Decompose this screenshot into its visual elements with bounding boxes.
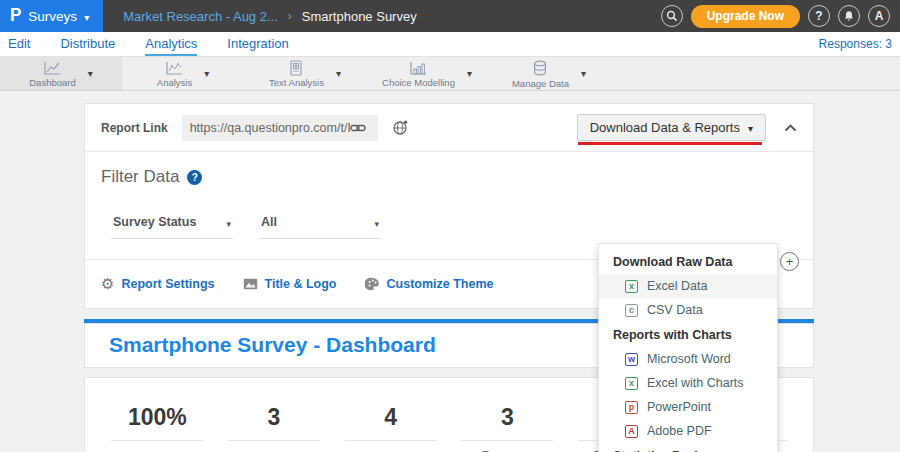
add-filter-button[interactable]: +: [780, 252, 799, 271]
analysis-tab-caret[interactable]: [198, 69, 215, 79]
choice-modelling-tab-button[interactable]: Choice Modelling: [376, 59, 461, 89]
image-icon: [243, 278, 258, 290]
menu-item-label: CSV Data: [647, 303, 703, 317]
report-settings-label: Report Settings: [121, 277, 214, 291]
tab-label: Manage Data: [512, 78, 569, 89]
menu-item-excel-data[interactable]: x Excel Data: [599, 274, 777, 298]
analysis-tab-button[interactable]: Analysis: [151, 59, 198, 89]
title-logo-label: Title & Logo: [265, 277, 337, 291]
survey-status-value: Survey Status: [113, 215, 196, 229]
chain-link-icon: [350, 122, 366, 134]
menu-item-csv-data[interactable]: c CSV Data: [599, 298, 777, 322]
stat-completion-rate: 100% Completion Rate: [99, 404, 216, 452]
word-icon: w: [625, 353, 638, 366]
divider: [228, 440, 320, 441]
text-analysis-tab-caret[interactable]: [330, 69, 347, 79]
chevron-down-icon: [748, 120, 753, 135]
menu-item-excel-with-charts[interactable]: x Excel with Charts: [599, 371, 777, 395]
globe-share-icon: [392, 119, 409, 136]
menu-item-label: Adobe PDF: [647, 424, 712, 438]
stat-viewed: 4 Viewed: [332, 404, 449, 452]
dashboard-tab-button[interactable]: Dashboard: [23, 59, 81, 89]
main-content: Report Link: [0, 103, 900, 452]
palette-icon: [365, 277, 380, 291]
toolbar-tab-dashboard: Dashboard: [0, 57, 122, 90]
analytics-toolbar: Dashboard Analysis Text Analysis: [0, 57, 900, 91]
tab-label: Dashboard: [29, 77, 75, 88]
customize-theme-link[interactable]: Customize Theme: [365, 277, 494, 291]
stat-value: 3: [501, 404, 514, 431]
excel-icon: x: [625, 280, 638, 293]
report-link-box: [182, 115, 378, 141]
choice-modelling-tab-caret[interactable]: [461, 69, 478, 79]
manage-data-tab-button[interactable]: Manage Data: [506, 58, 575, 90]
filter-help-icon[interactable]: ?: [187, 170, 202, 185]
menu-section-header: Download Raw Data: [599, 249, 777, 274]
report-link-row: Report Link: [85, 104, 813, 151]
breadcrumb-separator-icon: ›: [288, 9, 292, 23]
excel-icon: x: [625, 377, 638, 390]
survey-subnav: Edit Distribute Analytics Integration Re…: [0, 32, 900, 57]
stat-value: 100%: [128, 404, 187, 431]
menu-item-label: Excel with Charts: [647, 376, 744, 390]
responses-count[interactable]: Responses: 3: [819, 37, 892, 51]
toolbar-tab-analysis: Analysis: [122, 57, 244, 90]
notifications-button[interactable]: [838, 5, 860, 27]
survey-status-select[interactable]: Survey Status: [111, 213, 233, 239]
stat-value: 4: [384, 404, 397, 431]
copy-link-button[interactable]: [350, 122, 366, 134]
divider: [345, 440, 437, 441]
scatter-chart-icon: [165, 61, 184, 76]
status-all-select[interactable]: All: [259, 213, 381, 239]
stat-completed: 3 Completed: [216, 404, 333, 452]
report-settings-link[interactable]: Report Settings: [101, 275, 215, 293]
menu-item-label: PowerPoint: [647, 400, 711, 414]
menu-section-header: Reports with Charts: [599, 322, 777, 347]
bar-chart-icon: [409, 61, 428, 76]
tab-edit[interactable]: Edit: [8, 32, 30, 56]
collapse-panel-button[interactable]: [784, 124, 797, 132]
toolbar-tab-manage-data: Manage Data: [488, 57, 610, 90]
menu-item-label: Excel Data: [647, 279, 707, 293]
tab-label: Analysis: [157, 77, 192, 88]
search-button[interactable]: [661, 5, 683, 27]
chevron-down-icon: [374, 213, 379, 231]
filter-data-title: Filter Data: [101, 167, 179, 187]
breadcrumb-parent[interactable]: Market Research - Aug 2...: [123, 9, 278, 24]
surveys-menu-label: Surveys: [28, 9, 77, 24]
database-icon: [532, 60, 548, 77]
text-analysis-tab-button[interactable]: Text Analysis: [263, 58, 330, 89]
tab-label: Choice Modelling: [382, 77, 455, 88]
tab-integration[interactable]: Integration: [227, 32, 288, 56]
chevron-up-icon: [784, 124, 797, 132]
toolbar-tab-text-analysis: Text Analysis: [244, 57, 366, 90]
download-data-reports-button[interactable]: Download Data & Reports: [577, 114, 766, 141]
tab-analytics[interactable]: Analytics: [145, 32, 197, 56]
menu-item-adobe-pdf[interactable]: A Adobe PDF: [599, 419, 777, 443]
manage-data-tab-caret[interactable]: [575, 69, 592, 79]
menu-item-label: Microsoft Word: [647, 352, 731, 366]
surveys-menu[interactable]: P Surveys: [0, 0, 103, 32]
download-button-label: Download Data & Reports: [590, 120, 740, 135]
pdf-icon: A: [625, 425, 638, 438]
menu-item-powerpoint[interactable]: p PowerPoint: [599, 395, 777, 419]
tab-distribute[interactable]: Distribute: [60, 32, 115, 56]
toolbar-tab-choice-modelling: Choice Modelling: [366, 57, 488, 90]
top-navbar: P Surveys Market Research - Aug 2... › S…: [0, 0, 900, 32]
download-menu: Download Raw Data x Excel Data c CSV Dat…: [598, 243, 778, 452]
tab-label: Text Analysis: [269, 77, 324, 88]
text-document-icon: [288, 60, 304, 76]
menu-item-microsoft-word[interactable]: w Microsoft Word: [599, 347, 777, 371]
questionpro-logo-icon: P: [10, 6, 21, 27]
upgrade-now-button[interactable]: Upgrade Now: [691, 5, 800, 28]
report-link-input[interactable]: [190, 121, 350, 135]
avatar[interactable]: A: [868, 5, 890, 27]
stat-value: 3: [268, 404, 281, 431]
csv-icon: c: [625, 304, 638, 317]
dashboard-tab-caret[interactable]: [82, 69, 99, 79]
title-logo-link[interactable]: Title & Logo: [243, 277, 337, 291]
divider: [111, 440, 203, 441]
bell-icon: [843, 10, 855, 22]
help-button[interactable]: ?: [808, 5, 830, 27]
share-globe-button[interactable]: [392, 119, 409, 136]
